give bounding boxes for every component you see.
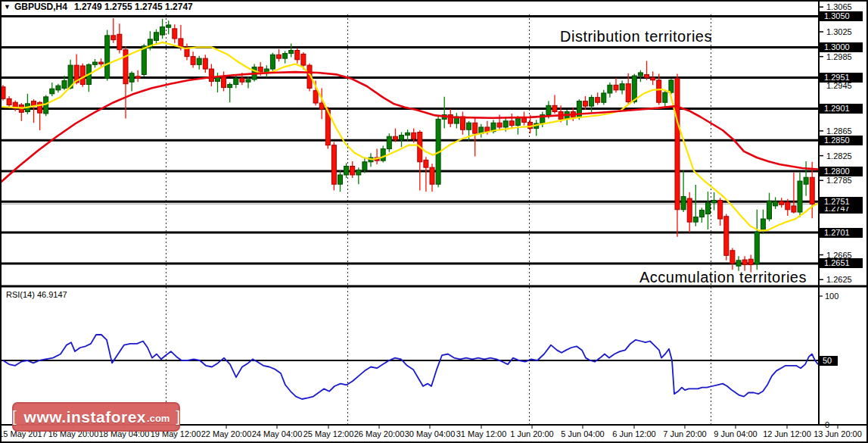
candlestick: [222, 77, 226, 88]
time-axis-label: 9 Jun 04:00: [714, 429, 758, 438]
candlestick: [461, 117, 465, 129]
candlestick: [687, 198, 692, 222]
candlestick: [699, 211, 704, 217]
candlestick: [313, 91, 318, 103]
candlestick: [681, 197, 686, 210]
candlestick: [338, 175, 343, 184]
symbol-period-label: GBPUSD,H4: [14, 2, 67, 12]
candlestick: [736, 260, 741, 266]
candlestick: [270, 55, 275, 69]
candlestick: [730, 251, 735, 264]
time-axis-label: 5 Jun 04:00: [561, 429, 605, 438]
candlestick: [362, 162, 367, 170]
ohlc-quotes-label: 1.2749 1.2755 1.2745 1.2747: [74, 2, 193, 12]
candlestick: [748, 259, 753, 264]
candlestick: [203, 58, 207, 69]
candlestick: [301, 54, 306, 65]
candlestick: [651, 78, 655, 80]
candlestick: [344, 167, 349, 175]
price-axis-label: 1.2850: [820, 136, 863, 145]
candlestick: [693, 217, 698, 223]
time-axis-label: 12 Jun 12:00: [763, 429, 811, 438]
candlestick: [191, 57, 195, 65]
candlestick: [675, 78, 680, 209]
candlestick: [240, 78, 244, 82]
candlestick: [792, 206, 796, 212]
candlestick: [509, 121, 514, 126]
price-axis-label: 1.2901: [820, 104, 863, 114]
price-axis-label: 1.2945: [826, 81, 852, 90]
price-axis-label: 1.2751: [820, 197, 863, 207]
candlestick: [583, 101, 588, 107]
price-axis-label: 1.3050: [820, 11, 863, 21]
candlestick: [773, 201, 778, 206]
candlestick: [712, 201, 717, 203]
candlestick: [277, 55, 282, 58]
candlestick: [80, 66, 85, 85]
time-axis-label: 25 May 12:00: [303, 429, 354, 438]
candlestick: [295, 51, 300, 60]
candlestick: [596, 98, 600, 103]
accumulation-annotation: Accumulation territories: [639, 269, 807, 286]
price-axis-label: 1.2651: [820, 258, 863, 268]
candlestick: [424, 160, 428, 167]
chart-window: ▼ GBPUSD,H4 1.2749 1.2755 1.2745 1.2747 …: [0, 0, 868, 443]
logo-text: www.instaforex: [24, 408, 146, 426]
candlestick: [552, 105, 557, 111]
price-axis-label: 1.2865: [826, 126, 852, 136]
candlestick: [331, 145, 336, 185]
candlestick: [786, 202, 790, 210]
candlestick: [350, 167, 355, 175]
candlestick: [724, 217, 729, 256]
distribution-annotation: Distribution territories: [560, 28, 712, 45]
time-axis-label: 22 May 20:00: [201, 429, 252, 438]
candlestick: [485, 127, 490, 132]
candlestick: [173, 29, 177, 39]
candlestick: [387, 136, 391, 148]
candlestick: [706, 203, 711, 214]
time-axis-label: 1 Jun 20:00: [510, 429, 554, 438]
candlestick: [62, 81, 67, 89]
price-axis-label: 1.2625: [826, 275, 852, 284]
price-axis-label: 1.2825: [826, 151, 852, 161]
time-axis-label: 30 May 04:00: [405, 429, 456, 438]
chevron-down-icon[interactable]: ▼: [4, 3, 11, 11]
price-axis-label: 1.3065: [826, 2, 852, 11]
candlestick: [608, 85, 612, 93]
candlestick: [142, 46, 146, 75]
candlestick: [356, 170, 361, 175]
candlestick: [129, 73, 134, 82]
candlestick: [602, 93, 606, 102]
candlestick: [663, 92, 667, 102]
candlestick: [228, 85, 232, 88]
candlestick: [400, 136, 404, 140]
instaforex-logo: [ www.instaforex .com ]: [12, 402, 180, 432]
candlestick: [626, 84, 630, 102]
time-axis-label: 26 May 20:00: [354, 429, 405, 438]
price-axis-label: 1.2701: [820, 228, 863, 238]
rsi-axis-label: 50: [820, 356, 838, 366]
chart-title: ▼ GBPUSD,H4 1.2749 1.2755 1.2745 1.2747: [4, 2, 193, 12]
candlestick: [754, 232, 759, 264]
candlestick: [645, 74, 649, 77]
candlestick: [246, 80, 250, 82]
candlestick: [105, 36, 110, 78]
candlestick: [718, 201, 723, 220]
candlestick: [7, 98, 11, 105]
candlestick: [197, 58, 201, 64]
price-axis-label: 1.2951: [820, 73, 863, 83]
price-axis-label: 1.3025: [826, 27, 852, 36]
candlestick: [135, 76, 140, 78]
candlestick: [393, 136, 397, 139]
candlestick: [669, 80, 674, 92]
candlestick: [319, 103, 324, 109]
chart-canvas[interactable]: [0, 0, 868, 443]
logo-bracket-left: [: [12, 408, 17, 426]
candlestick: [412, 133, 416, 139]
candlestick: [779, 201, 784, 204]
candlestick: [234, 78, 238, 84]
candlestick: [767, 201, 772, 219]
candlestick: [810, 177, 814, 204]
candlestick: [258, 67, 263, 73]
candlestick: [117, 34, 122, 49]
